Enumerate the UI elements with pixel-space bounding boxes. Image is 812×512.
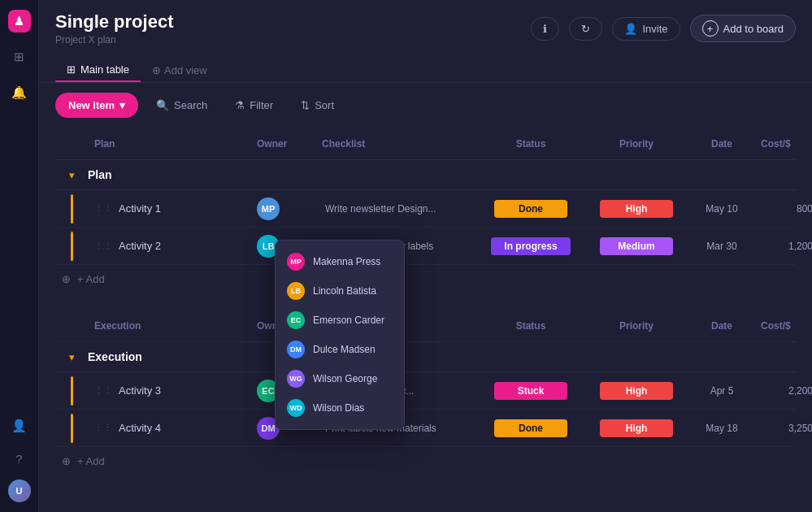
plus-icon: ⊕	[62, 273, 71, 285]
person-add-icon[interactable]: 👤	[8, 414, 31, 437]
plus-icon: ⊕	[152, 64, 161, 76]
activity-4-cost: 3,250	[754, 419, 812, 437]
group-toggle-execution[interactable]: ▾	[55, 351, 88, 363]
info-button[interactable]: ℹ	[531, 17, 559, 41]
priority-badge[interactable]: Medium	[600, 237, 673, 255]
group-plan: Plan Owner Checklist Status Priority Dat…	[55, 128, 796, 293]
drag-handle-icon[interactable]: ⋮⋮	[94, 385, 112, 396]
view-tabs: ⊞ Main table ⊕ Add view	[55, 52, 796, 82]
sidebar: ♟ ⊞ 🔔 👤 ? U	[0, 0, 39, 512]
activity-3-status[interactable]: Stuck	[478, 379, 584, 403]
status-badge[interactable]: Done	[494, 200, 567, 218]
dropdown-item[interactable]: WG Wilson George	[276, 364, 404, 393]
drag-handle-icon[interactable]: ⋮⋮	[94, 423, 112, 433]
drag-handle-icon[interactable]: ⋮⋮	[94, 203, 112, 214]
activity-1-date: May 10	[689, 200, 754, 218]
col-status: Status	[478, 135, 584, 153]
activity-2-cost: 1,200	[754, 237, 812, 255]
add-row-button[interactable]: ⊕ + Add	[55, 265, 796, 293]
col-cost-exec: Cost/$	[754, 317, 812, 335]
table-row: ⋮⋮ Activity 1 MP Write newsletter Design…	[55, 190, 796, 228]
dropdown-item[interactable]: MP Makenna Press	[276, 247, 404, 276]
activity-4-name: ⋮⋮ Activity 4	[88, 419, 250, 437]
avatar: EC	[287, 311, 305, 329]
search-button[interactable]: 🔍 Search	[146, 93, 217, 117]
activity-1-priority[interactable]: High	[584, 197, 689, 221]
project-title: Single project	[55, 11, 173, 33]
status-badge[interactable]: Done	[494, 419, 567, 437]
bell-icon[interactable]: 🔔	[8, 81, 31, 104]
activity-3-name: ⋮⋮ Activity 3	[88, 381, 250, 400]
activity-1-cost: 800	[754, 200, 812, 218]
dropdown-item[interactable]: WD Wilson Dias	[276, 393, 404, 423]
activity-2-priority[interactable]: Medium	[584, 234, 689, 258]
person-icon: 👤	[624, 23, 637, 35]
dropdown-arrow-icon: ▾	[119, 99, 125, 111]
owner-dropdown[interactable]: MP Makenna Press LB Lincoln Batista EC E…	[275, 240, 405, 430]
help-icon[interactable]: ?	[8, 447, 31, 470]
column-headers: Plan Owner Checklist Status Priority Dat…	[55, 128, 796, 160]
activity-2-owner[interactable]: LB MP Makenna Press LB Lincoln Batista	[250, 232, 315, 261]
header: Single project Project X plan ℹ ↻ 👤 Invi…	[39, 0, 812, 83]
col-priority-exec: Priority	[584, 317, 689, 335]
activity-4-date: May 18	[689, 419, 754, 437]
col-plan-exec: Execution	[88, 317, 250, 335]
avatar: WD	[287, 399, 305, 417]
app-logo[interactable]: ♟	[8, 10, 31, 33]
priority-badge[interactable]: High	[600, 200, 673, 218]
dropdown-item[interactable]: DM Dulce Madsen	[276, 335, 404, 364]
priority-badge[interactable]: High	[600, 382, 673, 400]
dropdown-item[interactable]: LB Lincoln Batista	[276, 276, 404, 306]
activity-2-status[interactable]: In progress	[478, 234, 584, 258]
filter-button[interactable]: ⚗ Filter	[225, 93, 283, 117]
main-content: Single project Project X plan ℹ ↻ 👤 Invi…	[39, 0, 812, 512]
add-board-button[interactable]: + Add to board	[690, 15, 796, 42]
group-plan-name: Plan	[88, 168, 315, 181]
drag-handle-icon[interactable]: ⋮⋮	[94, 241, 112, 251]
col-plan: Plan	[88, 135, 250, 153]
row-color-indicator	[55, 194, 88, 223]
user-avatar[interactable]: U	[8, 479, 31, 502]
invite-button[interactable]: 👤 Invite	[612, 17, 680, 41]
table-row: ⋮⋮ Activity 4 DM Print labels new materi…	[55, 410, 796, 447]
plus-circle-icon: +	[702, 20, 719, 37]
group-execution-header: ▾ Execution	[55, 342, 796, 372]
activity-1-name: ⋮⋮ Activity 1	[88, 199, 250, 218]
avatar: DM	[287, 341, 305, 358]
status-badge[interactable]: In progress	[491, 237, 570, 255]
dropdown-item[interactable]: EC Emerson Carder	[276, 306, 404, 335]
add-view-button[interactable]: ⊕ Add view	[144, 59, 215, 81]
avatar: MP	[287, 253, 305, 271]
sort-icon: ⇅	[301, 99, 310, 111]
activity-2-date: Mar 30	[689, 237, 754, 255]
header-actions: ℹ ↻ 👤 Invite + Add to board	[531, 15, 796, 42]
column-headers-execution: Execution Owner Checklist Status Priorit…	[55, 310, 796, 342]
avatar: WG	[287, 370, 305, 388]
priority-badge[interactable]: High	[600, 419, 673, 437]
grid-icon[interactable]: ⊞	[8, 46, 31, 68]
activity-1-status[interactable]: Done	[478, 197, 584, 221]
avatar: MP	[257, 197, 280, 220]
refresh-button[interactable]: ↻	[569, 17, 602, 41]
col-status-exec: Status	[478, 317, 584, 335]
project-subtitle: Project X plan	[55, 34, 173, 46]
sort-button[interactable]: ⇅ Sort	[291, 93, 344, 117]
activity-4-priority[interactable]: High	[584, 416, 689, 440]
activity-4-status[interactable]: Done	[478, 416, 584, 440]
tab-main-table[interactable]: ⊞ Main table	[55, 59, 141, 82]
group-toggle-plan[interactable]: ▾	[55, 169, 88, 181]
new-item-button[interactable]: New item ▾	[55, 93, 138, 118]
add-row-button-exec[interactable]: ⊕ + Add	[55, 447, 796, 475]
group-plan-header: ▾ Plan	[55, 160, 796, 190]
table-row: ⋮⋮ Activity 2 LB MP Makenna Press L	[55, 228, 796, 265]
row-color-indicator	[55, 376, 88, 406]
activity-3-priority[interactable]: High	[584, 379, 689, 403]
col-indicator	[55, 141, 88, 147]
table-icon: ⊞	[67, 63, 76, 76]
status-badge[interactable]: Stuck	[494, 382, 567, 400]
avatar: LB	[287, 282, 305, 300]
filter-icon: ⚗	[235, 99, 245, 111]
activity-1-owner[interactable]: MP	[250, 194, 315, 223]
activity-2-name: ⋮⋮ Activity 2	[88, 236, 250, 255]
info-icon: ℹ	[543, 23, 547, 35]
